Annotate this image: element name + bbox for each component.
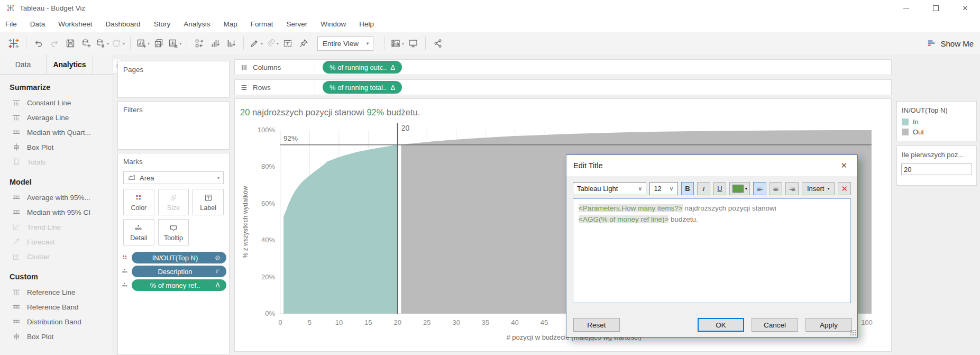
clear-formatting-button[interactable]: ✕ — [838, 182, 851, 195]
svg-text:92%: 92% — [283, 134, 298, 142]
analytics-item-median-with-95-ci[interactable]: Median with 95% CI — [0, 205, 113, 220]
analytics-item-box-plot[interactable]: Box Plot — [0, 140, 113, 154]
show-hide-cards-button[interactable]: ▾ — [390, 35, 405, 51]
sort-ascending-button[interactable] — [208, 35, 223, 51]
dialog-buttons: Reset OK Cancel Apply — [573, 318, 852, 332]
analytics-item-constant-line[interactable]: Constant Line — [0, 95, 113, 110]
save-button[interactable] — [63, 35, 78, 51]
pill-of-running-outc[interactable]: % of running outc..Δ — [323, 61, 402, 74]
menu-item-story[interactable]: Story — [154, 20, 171, 28]
tab-data[interactable]: Data — [0, 54, 47, 74]
minimize-button[interactable] — [891, 0, 921, 16]
menu-item-window[interactable]: Window — [320, 20, 346, 28]
menu-item-help[interactable]: Help — [359, 20, 374, 28]
pages-card: Pages — [117, 61, 230, 98]
analytics-item-average-with-95[interactable]: Average with 95%... — [0, 190, 113, 205]
maximize-button[interactable] — [921, 0, 950, 16]
fix-axes-pin-button[interactable] — [296, 35, 311, 51]
pause-datasource-button[interactable]: ▾ — [95, 35, 109, 51]
insert-dropdown-button[interactable]: Insert ▾ — [802, 182, 835, 195]
analytics-item-reference-line[interactable]: Reference Line — [0, 285, 113, 299]
columns-shelf: Columns % of running outc..Δ — [234, 59, 892, 75]
text-label-button[interactable] — [280, 35, 295, 51]
font-family-select[interactable]: Tableau Light ∨ — [573, 182, 646, 195]
new-worksheet-button[interactable]: ▾ — [135, 35, 150, 51]
legend-item-in[interactable]: In — [897, 117, 976, 127]
mark-type-dropdown[interactable]: Area ▾ — [123, 171, 224, 184]
marks-pill-row: IN/OUT(Top N) — [121, 252, 226, 263]
italic-button[interactable]: I — [697, 182, 710, 195]
menu-item-format[interactable]: Format — [251, 20, 273, 28]
fit-mode-select[interactable]: Entire View▾ — [317, 37, 373, 51]
font-color-button[interactable]: ▾ — [729, 182, 750, 195]
analytics-item-median-with-quart[interactable]: Median with Quart... — [0, 125, 113, 140]
svg-text:45: 45 — [541, 318, 548, 326]
toolbar-separator — [187, 37, 187, 50]
analytics-item-label: Cluster — [27, 253, 50, 261]
close-button[interactable]: ✕ — [950, 0, 980, 16]
show-me-button[interactable]: Show Me — [927, 39, 974, 48]
menu-item-analysis[interactable]: Analysis — [184, 20, 210, 28]
pill-in-out-top-n[interactable]: IN/OUT(Top N) — [132, 252, 226, 263]
text-label-icon — [282, 38, 293, 49]
align-center-button[interactable] — [770, 182, 783, 195]
svg-text:30: 30 — [452, 318, 460, 326]
menu-item-dashboard[interactable]: Dashboard — [106, 20, 141, 28]
tab-analytics[interactable]: Analytics — [47, 54, 93, 74]
close-icon: ✕ — [840, 161, 847, 170]
chart-title[interactable]: 20 najdroższych pozycji stanowi 92% budż… — [240, 107, 420, 117]
dialog-resize-grip[interactable] — [850, 330, 856, 335]
share-button[interactable] — [431, 35, 445, 51]
add-datasource-icon — [81, 38, 91, 49]
chevron-down-icon: ▾ — [107, 41, 109, 46]
legend-item-out[interactable]: Out — [897, 127, 976, 137]
align-right-button[interactable] — [785, 182, 799, 195]
detail-button[interactable]: Detail — [123, 219, 154, 245]
chevron-down-icon: ▾ — [745, 186, 747, 191]
analytics-item-forecast: Forecast — [0, 234, 113, 249]
svg-text:0%: 0% — [265, 310, 275, 317]
dialog-close-button[interactable]: ✕ — [837, 160, 850, 171]
reference-band-icon — [12, 193, 21, 202]
ok-button[interactable]: OK — [698, 318, 744, 332]
reset-button[interactable]: Reset — [573, 318, 620, 332]
pill-description[interactable]: Description — [132, 266, 226, 277]
bold-button[interactable]: B — [681, 182, 694, 195]
analytics-item-distribution-band[interactable]: Distribution Band — [0, 314, 113, 329]
font-size-select[interactable]: 12 ∨ — [649, 182, 677, 195]
duplicate-worksheet-button[interactable] — [151, 35, 166, 51]
label-button[interactable]: Label — [193, 189, 224, 215]
analytics-pane: DataAnalytics SummarizeConstant LineAver… — [0, 54, 113, 355]
color-button[interactable]: Color — [123, 189, 154, 215]
menu-item-data[interactable]: Data — [30, 20, 45, 28]
tableau-logo-icon — [6, 4, 15, 12]
highlight-pen-button[interactable]: ▾ — [249, 35, 263, 51]
title-text-editor[interactable]: <Parameters.How many items?> najdroższyc… — [573, 198, 851, 303]
analytics-item-box-plot[interactable]: Box Plot — [0, 329, 113, 344]
undo-arrow-button[interactable] — [31, 35, 46, 51]
apply-button[interactable]: Apply — [805, 318, 852, 332]
menu-item-worksheet[interactable]: Worksheet — [58, 20, 92, 28]
analytics-item-reference-band[interactable]: Reference Band — [0, 299, 113, 314]
cancel-button[interactable]: Cancel — [752, 318, 798, 332]
underline-button[interactable]: U — [713, 182, 727, 195]
tableau-start-button[interactable] — [6, 35, 21, 51]
analytics-item-average-line[interactable]: Average Line — [0, 110, 113, 125]
legend-title: IN/OUT(Top N) — [897, 102, 976, 117]
menu-item-map[interactable]: Map — [223, 20, 237, 28]
menu-item-server[interactable]: Server — [286, 20, 307, 28]
pill-of-running-total[interactable]: % of running total..Δ — [323, 81, 402, 94]
add-datasource-button[interactable] — [79, 35, 94, 51]
align-left-button[interactable] — [753, 182, 766, 195]
refresh-icon — [111, 38, 122, 49]
swap-axes-button[interactable] — [192, 35, 207, 51]
minimize-icon — [903, 8, 909, 8]
clear-worksheet-button[interactable]: ▾ — [167, 35, 182, 51]
pill-of-money-ref[interactable]: % of money ref..Δ — [132, 279, 226, 291]
menu-item-file[interactable]: File — [5, 20, 17, 28]
color-dots-icon — [121, 254, 129, 261]
sort-descending-button[interactable] — [224, 35, 239, 51]
parameter-input[interactable] — [901, 163, 972, 175]
presentation-mode-button[interactable] — [406, 35, 420, 51]
tooltip-button[interactable]: Tooltip — [158, 219, 189, 245]
